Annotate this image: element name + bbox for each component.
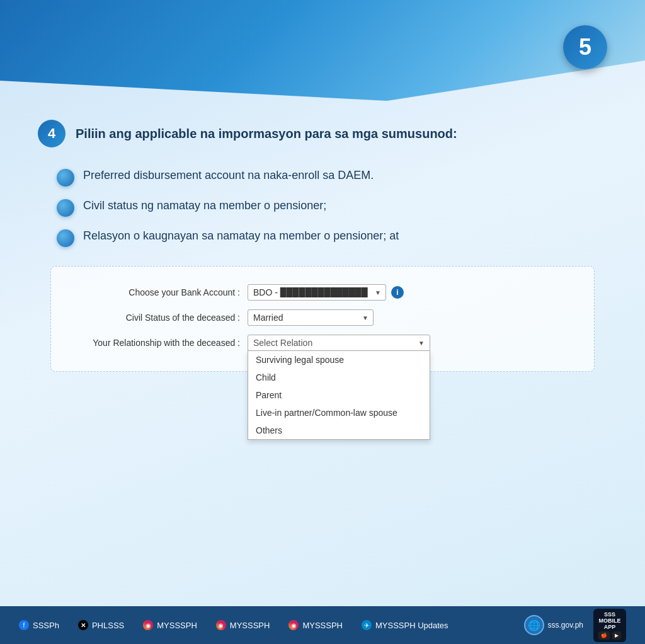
dropdown-option-4[interactable]: Live-in partner/Common-law spouse (248, 404, 430, 422)
footer-link-mysssph-updates[interactable]: ✈ MYSSSPH Updates (362, 620, 448, 630)
facebook-icon: f (19, 620, 29, 630)
bank-account-label: Choose your Bank Account : (76, 287, 240, 297)
footer-link-mysssph-3[interactable]: ◉ MYSSSPH (288, 620, 343, 630)
civil-status-select[interactable]: Married Single Widowed Separated (248, 309, 374, 326)
form-card: Choose your Bank Account : BDO - ███████… (50, 266, 595, 372)
bank-account-select[interactable]: BDO - ██████████████ (248, 284, 386, 301)
civil-status-label: Civil Status of the deceased : (76, 313, 240, 323)
bullet-icon-3 (57, 229, 74, 247)
bank-account-control: BDO - ██████████████ i (248, 284, 569, 301)
civil-status-select-wrapper[interactable]: Married Single Widowed Separated (248, 309, 374, 326)
play-store-btn[interactable]: ▶ (612, 631, 621, 640)
telegram-icon: ✈ (362, 620, 372, 630)
app-stores: 🍎 ▶ (598, 631, 621, 640)
bullet-text-1: Preferred disbursement account na naka-e… (83, 168, 374, 183)
x-icon: ✕ (78, 620, 88, 630)
main-content: 4 Piliin ang applicable na impormasyon p… (0, 101, 645, 606)
footer: f SSSPh ✕ PHLSSS ◉ MYSSSPH ◉ MYSSSPH ◉ M… (0, 606, 645, 644)
step-4-title: Piliin ang applicable na impormasyon par… (76, 127, 457, 141)
app-badge: SSS MOBILE APP 🍎 ▶ (593, 609, 626, 642)
footer-label-sssph: SSSPh (33, 621, 59, 630)
civil-status-control: Married Single Widowed Separated (248, 309, 569, 326)
bullet-icon-2 (57, 199, 74, 217)
footer-website: 🌐 sss.gov.ph (524, 615, 583, 635)
step-4-circle: 4 (38, 120, 66, 147)
app-badge-text: SSS (604, 611, 615, 618)
bullet-text-3: Relasyon o kaugnayan sa namatay na membe… (83, 228, 399, 244)
relationship-dropdown-container: Select Relation ▼ Surviving legal spouse… (248, 335, 430, 351)
website-label: sss.gov.ph (548, 621, 583, 630)
dropdown-option-3[interactable]: Parent (248, 386, 430, 404)
footer-label-mysssph-updates: MYSSSPH Updates (375, 621, 448, 630)
globe-icon: 🌐 (524, 615, 544, 635)
instagram-icon-1: ◉ (143, 620, 153, 630)
bullet-item-1: Preferred disbursement account na naka-e… (57, 168, 607, 187)
footer-label-mysssph-3: MYSSSPH (302, 621, 343, 630)
relationship-dropdown-list: Surviving legal spouse Child Parent Live… (248, 351, 430, 440)
dropdown-option-2[interactable]: Child (248, 369, 430, 386)
footer-label-mysssph-1: MYSSSPH (157, 621, 197, 630)
footer-link-sssph[interactable]: f SSSPh (19, 620, 59, 630)
bank-info-icon[interactable]: i (391, 286, 404, 299)
app-badge-app: APP (604, 624, 616, 630)
relationship-dropdown-header[interactable]: Select Relation ▼ (248, 335, 430, 351)
footer-link-mysssph-2[interactable]: ◉ MYSSSPH (216, 620, 270, 630)
civil-status-row: Civil Status of the deceased : Married S… (76, 309, 569, 326)
bullet-icon-1 (57, 169, 74, 187)
footer-links: f SSSPh ✕ PHLSSS ◉ MYSSSPH ◉ MYSSSPH ◉ M… (19, 620, 448, 630)
bullet-item-2: Civil status ng namatay na member o pens… (57, 198, 607, 217)
step-5-badge: 5 (563, 25, 607, 69)
bullet-list: Preferred disbursement account na naka-e… (57, 168, 607, 247)
app-badge-mobile: MOBILE (599, 618, 621, 624)
footer-link-phlsss[interactable]: ✕ PHLSSS (78, 620, 124, 630)
bank-account-row: Choose your Bank Account : BDO - ███████… (76, 284, 569, 301)
dropdown-option-5[interactable]: Others (248, 422, 430, 439)
dropdown-arrow-icon: ▼ (418, 340, 425, 347)
relationship-control: Select Relation ▼ Surviving legal spouse… (248, 335, 569, 351)
relationship-label: Your Relationship with the deceased : (76, 338, 240, 348)
relationship-placeholder: Select Relation (253, 338, 312, 348)
dropdown-option-1[interactable]: Surviving legal spouse (248, 351, 430, 369)
instagram-icon-2: ◉ (216, 620, 226, 630)
footer-label-phlsss: PHLSSS (92, 621, 124, 630)
relationship-row: Your Relationship with the deceased : Se… (76, 335, 569, 351)
instagram-icon-3: ◉ (288, 620, 299, 630)
bullet-text-2: Civil status ng namatay na member o pens… (83, 198, 326, 214)
apple-store-btn[interactable]: 🍎 (598, 631, 610, 640)
footer-link-mysssph-1[interactable]: ◉ MYSSSPH (143, 620, 197, 630)
bullet-item-3: Relasyon o kaugnayan sa namatay na membe… (57, 228, 607, 247)
bank-select-wrapper[interactable]: BDO - ██████████████ (248, 284, 386, 301)
footer-label-mysssph-2: MYSSSPH (230, 621, 270, 630)
step-4-header: 4 Piliin ang applicable na impormasyon p… (38, 120, 607, 147)
footer-right: 🌐 sss.gov.ph SSS MOBILE APP 🍎 ▶ (524, 609, 626, 642)
